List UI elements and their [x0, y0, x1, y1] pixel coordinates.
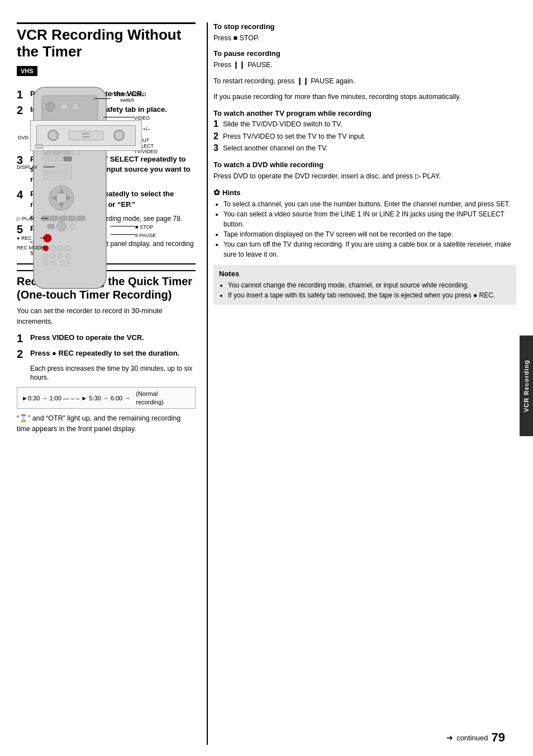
section2-step-1: 1 Press VIDEO to operate the VCR.	[17, 333, 196, 344]
stop-recording-title: To stop recording	[213, 22, 516, 31]
page-title: VCR Recording Without the Timer	[17, 22, 196, 60]
svg-point-42	[44, 254, 48, 258]
remote-diagram: TV/DVD·VIDEO switch DVD VIDEO CH +/– INP…	[17, 82, 179, 296]
section2-step-1-text: Press VIDEO to operate the VCR.	[30, 333, 144, 343]
svg-rect-30	[50, 216, 58, 221]
vhs-badge: VHS	[17, 66, 37, 76]
svg-point-38	[43, 245, 49, 251]
svg-rect-29	[41, 216, 49, 221]
watch-tv-title: To watch another TV program while record…	[213, 109, 516, 117]
svg-rect-48	[60, 261, 69, 266]
page-number: 79	[492, 730, 505, 745]
hints-item-1: To select a channel, you can use the num…	[223, 199, 516, 209]
svg-point-37	[44, 234, 51, 242]
label-pause: II PAUSE	[135, 233, 156, 238]
notes-item-2: If you insert a tape with its safety tab…	[228, 290, 511, 300]
stop-recording-section: To stop recording Press ■ STOP.	[213, 22, 516, 44]
stop-recording-text: Press ■ STOP.	[213, 33, 516, 44]
left-column: VCR Recording Without the Timer VHS	[17, 22, 196, 745]
svg-point-40	[58, 245, 63, 251]
watch-dvd-title: To watch a DVD while recording	[213, 160, 516, 169]
hints-item-3: Tape information displayed on the TV scr…	[223, 229, 516, 239]
notes-section: Notes You cannot change the recording mo…	[213, 265, 516, 305]
notes-item-1: You cannot change the recording mode, ch…	[228, 280, 511, 290]
section2-step-2-text: Press ● REC repeatedly to set the durati…	[30, 348, 179, 358]
watch-tv-step-2: 2 Press TV/VIDEO to set the TV to the TV…	[213, 132, 516, 142]
svg-rect-34	[47, 224, 54, 229]
hints-list: To select a channel, you can use the num…	[213, 199, 516, 259]
svg-point-4	[72, 103, 79, 110]
svg-point-44	[58, 254, 63, 258]
watch-tv-step-1: 1 Slide the TV/DVD·VIDEO switch to TV.	[213, 120, 516, 130]
watch-dvd-section: To watch a DVD while recording Press DVD…	[213, 160, 516, 182]
hints-section: ✿ Hints To select a channel, you can use…	[213, 188, 516, 259]
duration-chart: ►0:30 → 1:00 — – – ► 5:30 → 6:00 → (Norm…	[17, 387, 196, 409]
svg-point-46	[44, 261, 48, 266]
pause-recording-title: To pause recording	[213, 49, 516, 58]
section2-step-2-number: 2	[17, 348, 27, 360]
pause-recording-body1: Press ❙❙ PAUSE.	[213, 60, 516, 70]
section2-step-1-number: 1	[17, 333, 27, 344]
watch-tv-section: To watch another TV program while record…	[213, 109, 516, 154]
watch-dvd-text: Press DVD to operate the DVD recorder, i…	[213, 171, 516, 182]
hints-item-4: You can turn off the TV during recording…	[223, 239, 516, 259]
arrow-right-icon: ➔	[446, 733, 453, 742]
svg-rect-33	[77, 216, 85, 221]
svg-point-3	[61, 103, 68, 110]
watch-tv-step-1-text: Slide the TV/DVD·VIDEO switch to TV.	[223, 120, 342, 130]
svg-point-39	[50, 245, 56, 251]
content-area: VCR Recording Without the Timer VHS	[0, 11, 533, 756]
svg-point-45	[65, 254, 70, 258]
section2-step-2: 2 Press ● REC repeatedly to set the dura…	[17, 348, 196, 360]
hints-title: ✿ Hints	[213, 188, 516, 197]
page: VCR Recording Without the Timer VHS	[0, 0, 533, 756]
notes-title: Notes	[219, 270, 511, 278]
watch-tv-list: 1 Slide the TV/DVD·VIDEO switch to TV. 2…	[213, 120, 516, 154]
svg-rect-20	[64, 157, 72, 161]
svg-point-35	[57, 222, 66, 231]
svg-point-47	[51, 261, 55, 266]
section2-intro: You can set the recorder to record in 30…	[17, 306, 196, 327]
watch-tv-step-3-text: Select another channel on the TV.	[223, 144, 328, 154]
svg-point-24	[56, 192, 67, 204]
section2-step-2-sub: Each press increases the time by 30 minu…	[30, 364, 196, 383]
svg-rect-32	[68, 216, 76, 221]
watch-tv-step-3: 3 Select another channel on the TV.	[213, 144, 516, 154]
svg-point-41	[65, 245, 70, 251]
continued-text: continued	[456, 734, 488, 742]
page-footer: ➔ continued 79	[446, 730, 505, 745]
side-tab: VCR Recording	[520, 336, 533, 436]
pause-recording-body3: If you pause recording for more than fiv…	[213, 92, 516, 102]
hints-item-2: You can select a video source from the L…	[223, 209, 516, 229]
svg-rect-18	[50, 157, 56, 161]
tape-illustration	[30, 120, 142, 151]
svg-rect-19	[57, 157, 63, 161]
svg-point-43	[51, 254, 55, 258]
svg-rect-17	[44, 157, 49, 161]
watch-tv-step-2-text: Press TV/VIDEO to set the TV to the TV i…	[223, 132, 366, 142]
svg-rect-21	[44, 164, 72, 171]
hints-icon: ✿	[213, 188, 220, 197]
svg-point-36	[70, 224, 75, 229]
remote-svg	[17, 82, 129, 294]
right-column: To stop recording Press ■ STOP. To pause…	[207, 22, 516, 745]
svg-rect-31	[59, 216, 67, 221]
duration-values: ►0:30 → 1:00 — – – ► 5:30 → 6:00 →	[22, 395, 130, 401]
pause-recording-body2: To restart recording, press ❙❙ PAUSE aga…	[213, 76, 516, 87]
svg-point-2	[46, 102, 55, 111]
notes-list: You cannot change the recording mode, ch…	[219, 280, 511, 300]
pause-recording-section: To pause recording Press ❙❙ PAUSE. To re…	[213, 49, 516, 102]
section2-closing: “⌛” and “OTR” light up, and the remainin…	[17, 413, 196, 434]
svg-rect-22	[44, 173, 72, 179]
label-stop: ■ STOP	[135, 224, 153, 230]
duration-label: (Normalrecording)	[136, 390, 164, 406]
